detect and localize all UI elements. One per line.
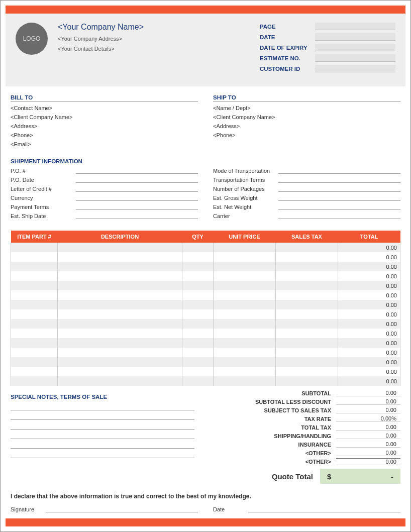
item-cell[interactable] xyxy=(58,338,182,348)
item-cell[interactable] xyxy=(11,367,58,376)
item-cell[interactable] xyxy=(58,243,182,252)
ship-to-line[interactable]: <Address> xyxy=(213,123,400,129)
item-cell[interactable] xyxy=(58,348,182,357)
item-cell[interactable] xyxy=(11,271,58,281)
item-cell[interactable] xyxy=(214,290,276,300)
meta-input[interactable] xyxy=(315,54,395,62)
company-name[interactable]: <Your Company Name> xyxy=(58,23,250,32)
company-contact[interactable]: <Your Contact Details> xyxy=(58,46,250,52)
item-cell[interactable] xyxy=(214,348,276,357)
item-cell[interactable]: 0.00 xyxy=(338,357,400,367)
ship-info-input[interactable] xyxy=(76,185,198,192)
item-cell[interactable] xyxy=(276,252,338,262)
item-cell[interactable]: 0.00 xyxy=(338,329,400,338)
item-cell[interactable] xyxy=(214,319,276,329)
item-cell[interactable] xyxy=(182,367,214,376)
item-cell[interactable] xyxy=(182,281,214,290)
item-cell[interactable] xyxy=(276,367,338,376)
item-cell[interactable] xyxy=(11,348,58,357)
item-cell[interactable] xyxy=(214,252,276,262)
ship-info-input[interactable] xyxy=(278,194,400,201)
item-cell[interactable]: 0.00 xyxy=(338,290,400,300)
item-cell[interactable] xyxy=(214,367,276,376)
item-cell[interactable] xyxy=(276,329,338,338)
item-cell[interactable] xyxy=(11,319,58,329)
bill-to-line[interactable]: <Client Company Name> xyxy=(11,114,198,120)
item-cell[interactable]: 0.00 xyxy=(338,376,400,386)
item-cell[interactable] xyxy=(182,348,214,357)
ship-to-line[interactable]: <Client Company Name> xyxy=(213,114,400,120)
item-cell[interactable] xyxy=(58,262,182,271)
item-cell[interactable] xyxy=(11,290,58,300)
item-cell[interactable] xyxy=(182,357,214,367)
item-cell[interactable] xyxy=(182,309,214,319)
item-cell[interactable] xyxy=(58,376,182,386)
item-cell[interactable] xyxy=(58,300,182,309)
note-line[interactable] xyxy=(11,422,194,430)
item-cell[interactable] xyxy=(276,376,338,386)
item-cell[interactable] xyxy=(11,252,58,262)
item-cell[interactable] xyxy=(276,357,338,367)
ship-info-input[interactable] xyxy=(278,203,400,210)
item-cell[interactable] xyxy=(276,309,338,319)
meta-input[interactable] xyxy=(315,33,395,41)
item-cell[interactable] xyxy=(182,243,214,252)
ship-info-input[interactable] xyxy=(76,194,198,201)
item-cell[interactable]: 0.00 xyxy=(338,252,400,262)
note-line[interactable] xyxy=(11,403,194,410)
item-cell[interactable] xyxy=(214,329,276,338)
date-field[interactable]: Date xyxy=(213,505,400,512)
item-cell[interactable] xyxy=(214,357,276,367)
item-cell[interactable]: 0.00 xyxy=(338,348,400,357)
ship-info-input[interactable] xyxy=(278,185,400,192)
item-cell[interactable] xyxy=(58,329,182,338)
item-cell[interactable]: 0.00 xyxy=(338,309,400,319)
ship-info-input[interactable] xyxy=(76,203,198,210)
ship-info-input[interactable] xyxy=(278,176,400,183)
ship-info-input[interactable] xyxy=(278,167,400,174)
item-cell[interactable] xyxy=(58,367,182,376)
ship-to-line[interactable]: <Name / Dept> xyxy=(213,105,400,111)
bill-to-line[interactable]: <Address> xyxy=(11,123,198,129)
item-cell[interactable]: 0.00 xyxy=(338,367,400,376)
item-cell[interactable] xyxy=(276,271,338,281)
item-cell[interactable] xyxy=(11,243,58,252)
item-cell[interactable] xyxy=(214,281,276,290)
item-cell[interactable] xyxy=(182,252,214,262)
item-cell[interactable] xyxy=(11,262,58,271)
item-cell[interactable] xyxy=(58,357,182,367)
item-cell[interactable] xyxy=(214,271,276,281)
item-cell[interactable] xyxy=(11,376,58,386)
bill-to-line[interactable]: <Email> xyxy=(11,141,198,147)
meta-input[interactable] xyxy=(315,44,395,51)
item-cell[interactable] xyxy=(214,300,276,309)
item-cell[interactable] xyxy=(182,338,214,348)
item-cell[interactable] xyxy=(11,300,58,309)
item-cell[interactable] xyxy=(214,376,276,386)
item-cell[interactable] xyxy=(276,319,338,329)
bill-to-line[interactable]: <Phone> xyxy=(11,132,198,138)
item-cell[interactable] xyxy=(11,338,58,348)
item-cell[interactable] xyxy=(58,290,182,300)
note-line[interactable] xyxy=(11,412,194,420)
item-cell[interactable] xyxy=(182,329,214,338)
item-cell[interactable] xyxy=(276,338,338,348)
note-line[interactable] xyxy=(11,451,194,458)
item-cell[interactable] xyxy=(182,262,214,271)
item-cell[interactable] xyxy=(276,243,338,252)
meta-input[interactable] xyxy=(315,65,395,72)
ship-info-input[interactable] xyxy=(76,167,198,174)
ship-info-input[interactable] xyxy=(278,212,400,219)
item-cell[interactable] xyxy=(58,309,182,319)
item-cell[interactable]: 0.00 xyxy=(338,262,400,271)
item-cell[interactable] xyxy=(182,300,214,309)
item-cell[interactable] xyxy=(214,309,276,319)
item-cell[interactable]: 0.00 xyxy=(338,319,400,329)
item-cell[interactable]: 0.00 xyxy=(338,300,400,309)
note-line[interactable] xyxy=(11,432,194,439)
item-cell[interactable] xyxy=(11,309,58,319)
item-cell[interactable] xyxy=(182,376,214,386)
item-cell[interactable] xyxy=(276,262,338,271)
item-cell[interactable] xyxy=(11,357,58,367)
item-cell[interactable]: 0.00 xyxy=(338,281,400,290)
